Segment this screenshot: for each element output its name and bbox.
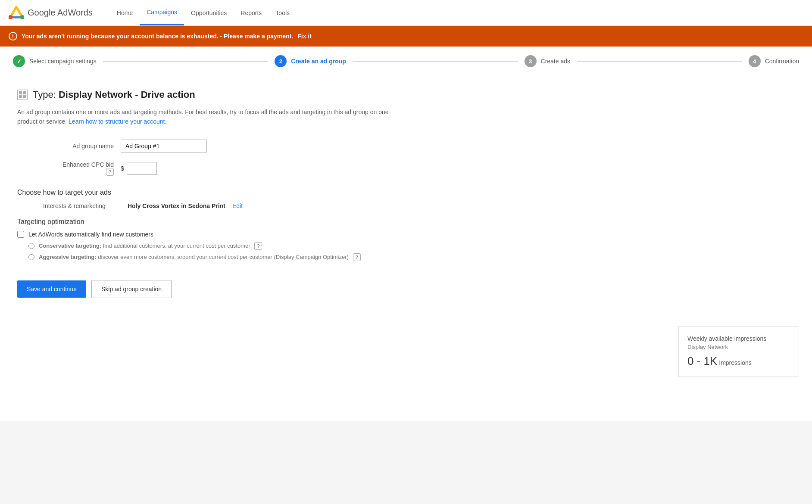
- conservative-targeting-label: Conservative targeting: find additional …: [39, 242, 262, 250]
- display-network-icon: [17, 90, 28, 100]
- cpc-bid-row: Enhanced CPC bid ? $: [17, 161, 795, 176]
- side-panel: Weekly available impressions Display Net…: [678, 326, 799, 377]
- impressions-row: 0 - 1K Impressions: [687, 355, 790, 368]
- nav-item-campaigns[interactable]: Campaigns: [140, 0, 184, 25]
- targeting-value: Holy Cross Vortex in Sedona Print: [128, 202, 225, 209]
- targeting-section: Choose how to target your ads Interests …: [17, 189, 795, 209]
- step-4-label: Confirmation: [765, 58, 799, 65]
- step-connector-3: [577, 61, 742, 62]
- step-connector-2: [353, 61, 518, 62]
- stepper: ✓ Select campaign settings 2 Create an a…: [0, 47, 812, 76]
- nav-link-home[interactable]: Home: [110, 1, 140, 25]
- step-connector-1: [103, 61, 269, 62]
- nav-item-tools[interactable]: Tools: [269, 1, 297, 25]
- step-3: 3 Create ads: [525, 55, 570, 67]
- description-text: An ad group contains one or more ads and…: [17, 107, 405, 127]
- alert-icon: !: [9, 32, 17, 40]
- save-and-continue-button[interactable]: Save and continue: [17, 280, 86, 298]
- logo: Google AdWords: [9, 5, 93, 21]
- auto-find-customers-checkbox[interactable]: [17, 231, 24, 238]
- step-3-label: Create ads: [541, 58, 570, 65]
- main-content: Type: Display Network - Drive action An …: [0, 76, 812, 421]
- step-1-circle: ✓: [13, 55, 25, 67]
- step-4: 4 Confirmation: [749, 55, 799, 67]
- aggressive-bold: Aggressive targeting:: [39, 254, 97, 260]
- nav-item-reports[interactable]: Reports: [234, 1, 269, 25]
- nav-link-reports[interactable]: Reports: [234, 1, 269, 25]
- step-3-circle: 3: [525, 55, 537, 67]
- cpc-help-icon[interactable]: ?: [106, 168, 114, 176]
- conservative-bold: Conservative targeting:: [39, 243, 101, 249]
- alert-banner: ! Your ads aren't running because your a…: [0, 26, 812, 47]
- step-1-label: Select campaign settings: [29, 58, 97, 65]
- alert-message: Your ads aren't running because your acc…: [22, 33, 293, 40]
- ad-group-name-input[interactable]: [121, 140, 207, 152]
- page-type-header: Type: Display Network - Drive action: [17, 89, 795, 100]
- impressions-label: Impressions: [719, 359, 751, 366]
- targeting-row: Interests & remarketing Holy Cross Vorte…: [17, 202, 795, 209]
- ad-group-name-label: Ad group name: [52, 143, 121, 149]
- auto-find-customers-row: Let AdWords automatically find new custo…: [17, 231, 795, 238]
- targeting-type-label: Interests & remarketing: [43, 202, 121, 209]
- nav-links: Home Campaigns Opportunities Reports Too…: [110, 0, 297, 25]
- side-panel-title: Weekly available impressions: [687, 335, 790, 342]
- type-value: Display Network - Drive action: [59, 89, 195, 100]
- nav-item-home[interactable]: Home: [110, 1, 140, 25]
- conservative-rest: find additional customers, at your curre…: [103, 243, 250, 249]
- aggressive-targeting-row: Aggressive targeting: discover even more…: [17, 253, 795, 261]
- cpc-bid-label: Enhanced CPC bid ?: [52, 161, 121, 176]
- auto-find-customers-label: Let AdWords automatically find new custo…: [28, 231, 153, 238]
- step-2-label: Create an ad group: [291, 58, 346, 65]
- aggressive-rest: discover even more customers, around you…: [98, 254, 349, 260]
- impressions-value: 0 - 1K: [687, 355, 717, 367]
- svg-marker-0: [10, 7, 22, 17]
- step-1: ✓ Select campaign settings: [13, 55, 97, 67]
- fix-it-link[interactable]: Fix it: [297, 33, 312, 40]
- conservative-targeting-row: Conservative targeting: find additional …: [17, 242, 795, 250]
- type-prefix: Type:: [33, 89, 56, 100]
- bottom-actions: Save and continue Skip ad group creation: [17, 271, 795, 307]
- ad-group-form: Ad group name Enhanced CPC bid ? $: [17, 140, 795, 176]
- ad-group-name-row: Ad group name: [17, 140, 795, 152]
- aggressive-targeting-label: Aggressive targeting: discover even more…: [39, 253, 361, 261]
- cpc-input-group: $: [121, 162, 157, 175]
- cpc-bid-input[interactable]: [127, 162, 157, 175]
- page-type-title: Type: Display Network - Drive action: [33, 89, 195, 100]
- side-panel-subtitle: Display Network: [687, 344, 790, 350]
- targeting-section-title: Choose how to target your ads: [17, 189, 795, 196]
- targeting-optimization-section: Targeting optimization Let AdWords autom…: [17, 218, 795, 261]
- aggressive-help-icon[interactable]: ?: [353, 253, 361, 261]
- nav-link-campaigns[interactable]: Campaigns: [140, 0, 184, 25]
- learn-link[interactable]: Learn how to structure your account.: [69, 118, 166, 125]
- logo-text: Google AdWords: [28, 8, 93, 18]
- nav-link-tools[interactable]: Tools: [269, 1, 297, 25]
- targeting-edit-link[interactable]: Edit: [232, 202, 243, 209]
- step-2-circle: 2: [275, 55, 287, 67]
- conservative-targeting-radio[interactable]: [28, 243, 34, 249]
- nav-link-opportunities[interactable]: Opportunities: [184, 1, 234, 25]
- google-adwords-logo-icon: [9, 5, 24, 21]
- skip-ad-group-button[interactable]: Skip ad group creation: [91, 280, 172, 298]
- nav-item-opportunities[interactable]: Opportunities: [184, 1, 234, 25]
- aggressive-targeting-radio[interactable]: [28, 254, 34, 260]
- step-4-circle: 4: [749, 55, 761, 67]
- step-2: 2 Create an ad group: [275, 55, 346, 67]
- top-navigation: Google AdWords Home Campaigns Opportunit…: [0, 0, 812, 26]
- optimization-title: Targeting optimization: [17, 218, 795, 226]
- dollar-sign: $: [121, 165, 124, 172]
- conservative-help-icon[interactable]: ?: [254, 242, 262, 250]
